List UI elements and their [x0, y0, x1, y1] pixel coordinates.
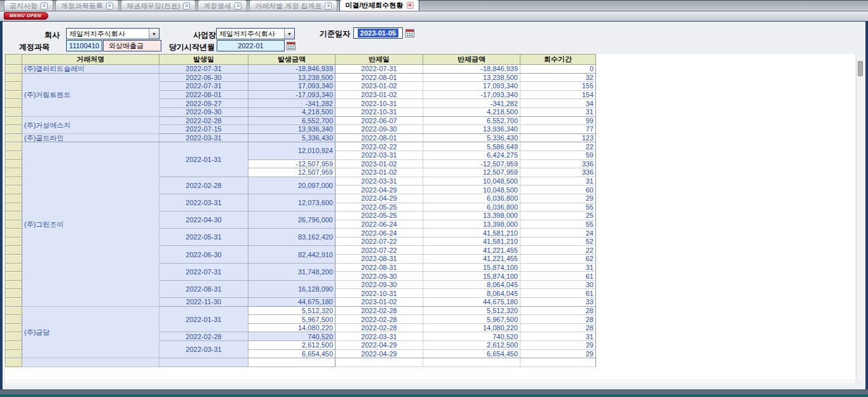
- collection-days-cell[interactable]: 154: [520, 90, 596, 99]
- settlement-date-cell[interactable]: 2023-01-02: [336, 90, 423, 99]
- collection-days-cell[interactable]: 31: [520, 263, 596, 272]
- account-name-field[interactable]: 외상매출금: [103, 40, 161, 51]
- collection-days-cell[interactable]: 336: [520, 168, 596, 177]
- settlement-date-cell[interactable]: 2023-01-02: [336, 298, 423, 307]
- settlement-amount-cell[interactable]: 2,612,500: [423, 341, 520, 350]
- settlement-amount-cell[interactable]: [423, 358, 520, 367]
- collection-days-cell[interactable]: 22: [520, 142, 596, 151]
- collection-days-cell[interactable]: 61: [520, 289, 596, 298]
- row-selector-cell[interactable]: [6, 168, 22, 177]
- occurrence-amount-cell[interactable]: 20,097,000: [248, 177, 336, 194]
- close-icon[interactable]: ×: [41, 3, 48, 10]
- settlement-date-cell[interactable]: 2022-02-28: [336, 315, 423, 324]
- collection-days-cell[interactable]: 61: [520, 272, 596, 281]
- occurrence-amount-cell[interactable]: 44,675,180: [248, 298, 336, 307]
- collection-days-cell[interactable]: 29: [520, 194, 596, 203]
- row-selector-cell[interactable]: [6, 229, 22, 238]
- settlement-date-cell[interactable]: 2022-08-01: [336, 133, 423, 142]
- customer-name-cell[interactable]: (주)거림트렌드: [22, 73, 159, 116]
- settlement-amount-cell[interactable]: -12,507,959: [423, 159, 520, 168]
- customer-name-cell[interactable]: (주)거성에스지: [22, 116, 159, 133]
- row-selector-cell[interactable]: [6, 246, 22, 255]
- collection-days-cell[interactable]: 34: [520, 99, 596, 108]
- chevron-down-icon[interactable]: ▼: [284, 29, 294, 39]
- settlement-date-cell[interactable]: 2023-01-02: [336, 82, 423, 91]
- settlement-date-cell[interactable]: 2022-07-31: [336, 65, 423, 74]
- occurrence-date-cell[interactable]: 2022-09-30: [159, 107, 248, 116]
- collection-days-cell[interactable]: 99: [520, 116, 596, 125]
- settlement-date-cell[interactable]: 2022-04-29: [336, 341, 423, 350]
- occurrence-amount-cell[interactable]: 16,128,090: [248, 280, 336, 297]
- row-selector-cell[interactable]: [6, 349, 22, 358]
- collection-days-cell[interactable]: 52: [520, 237, 596, 246]
- occurrence-amount-cell[interactable]: 17,093,340: [248, 82, 336, 91]
- close-icon[interactable]: ×: [234, 3, 241, 10]
- base-date-field[interactable]: 2023-01-05: [353, 27, 403, 39]
- tab-5[interactable]: 거래처별 계정 집계표×: [249, 0, 337, 11]
- occurrence-amount-cell[interactable]: 6,654,450: [248, 349, 336, 358]
- collection-days-cell[interactable]: 22: [520, 246, 596, 255]
- settlement-date-cell[interactable]: 2022-10-31: [336, 289, 423, 298]
- row-selector-cell[interactable]: [6, 323, 22, 332]
- settlement-date-cell[interactable]: 2022-03-31: [336, 177, 423, 185]
- settlement-amount-cell[interactable]: 15,874,100: [423, 263, 520, 272]
- settlement-date-cell[interactable]: 2022-06-07: [336, 116, 423, 125]
- row-selector-cell[interactable]: [6, 255, 22, 264]
- settlement-amount-cell[interactable]: 6,036,800: [423, 203, 520, 212]
- row-selector-cell[interactable]: [6, 341, 22, 350]
- row-selector-cell[interactable]: [6, 125, 22, 134]
- occurrence-date-cell[interactable]: 2022-04-30: [159, 212, 248, 229]
- occurrence-date-cell[interactable]: 2022-02-28: [159, 332, 248, 341]
- settlement-date-cell[interactable]: 2022-08-01: [336, 73, 423, 82]
- occurrence-amount-cell[interactable]: 6,552,700: [248, 116, 336, 125]
- settlement-date-cell[interactable]: [336, 358, 423, 367]
- settlement-amount-cell[interactable]: 8,064,045: [423, 289, 520, 298]
- occurrence-amount-cell[interactable]: -18,846,939: [248, 65, 336, 74]
- row-selector-cell[interactable]: [6, 73, 22, 82]
- settlement-amount-cell[interactable]: 740,520: [423, 332, 520, 341]
- settlement-amount-cell[interactable]: 13,398,000: [423, 220, 520, 229]
- collection-days-cell[interactable]: 31: [520, 177, 596, 185]
- settlement-date-cell[interactable]: 2022-04-29: [336, 185, 423, 194]
- menu-open-button[interactable]: MENU OPEN: [4, 12, 48, 20]
- settlement-amount-cell[interactable]: 15,874,100: [423, 272, 520, 281]
- collection-days-cell[interactable]: 0: [520, 65, 596, 74]
- close-icon[interactable]: ×: [183, 3, 190, 10]
- settlement-date-cell[interactable]: 2022-07-22: [336, 246, 423, 255]
- settlement-amount-cell[interactable]: 17,093,340: [423, 82, 520, 91]
- settlement-amount-cell[interactable]: 6,654,450: [423, 349, 520, 358]
- settlement-date-cell[interactable]: 2022-03-31: [336, 151, 423, 159]
- settlement-amount-cell[interactable]: 12,507,959: [423, 168, 520, 177]
- collection-days-cell[interactable]: 31: [520, 107, 596, 116]
- row-selector-cell[interactable]: [6, 315, 22, 324]
- occurrence-amount-cell[interactable]: -12,507,959: [248, 159, 336, 168]
- occurrence-date-cell[interactable]: 2022-03-31: [159, 133, 248, 142]
- settlement-amount-cell[interactable]: 6,424,275: [423, 151, 520, 159]
- settlement-amount-cell[interactable]: 44,675,180: [423, 298, 520, 307]
- row-selector-cell[interactable]: [6, 133, 22, 142]
- occurrence-amount-cell[interactable]: 31,748,200: [248, 263, 336, 280]
- occurrence-date-cell[interactable]: 2022-02-28: [159, 177, 248, 194]
- row-selector-cell[interactable]: [6, 212, 22, 220]
- tab-4[interactable]: 계정명세×: [198, 0, 247, 11]
- settlement-date-cell[interactable]: 2022-09-30: [336, 272, 423, 281]
- settlement-date-cell[interactable]: 2022-05-25: [336, 203, 423, 212]
- collection-days-cell[interactable]: 33: [520, 298, 596, 307]
- occurrence-date-cell[interactable]: 2022-09-27: [159, 99, 248, 108]
- site-select[interactable]: 제일저지주식회사 ▼: [216, 28, 295, 39]
- settlement-amount-cell[interactable]: 4,218,500: [423, 107, 520, 116]
- account-code-field[interactable]: 11100410: [66, 40, 102, 51]
- customer-name-cell[interactable]: [22, 358, 159, 367]
- vertical-scrollbar[interactable]: [856, 54, 864, 380]
- collection-days-cell[interactable]: 77: [520, 125, 596, 134]
- occurrence-date-cell[interactable]: 2022-01-31: [159, 306, 248, 332]
- row-selector-cell[interactable]: [6, 306, 22, 315]
- settlement-amount-cell[interactable]: -17,093,340: [423, 90, 520, 99]
- occurrence-date-cell[interactable]: 2022-08-31: [159, 280, 248, 297]
- occurrence-amount-cell[interactable]: -341,282: [248, 99, 336, 108]
- occurrence-date-cell[interactable]: 2022-03-31: [159, 341, 248, 358]
- customer-name-cell[interactable]: (주)갤러리드슬레이: [22, 65, 159, 74]
- occurrence-date-cell[interactable]: 2022-06-30: [159, 73, 248, 82]
- collection-days-cell[interactable]: 59: [520, 151, 596, 159]
- settlement-amount-cell[interactable]: 41,221,455: [423, 255, 520, 264]
